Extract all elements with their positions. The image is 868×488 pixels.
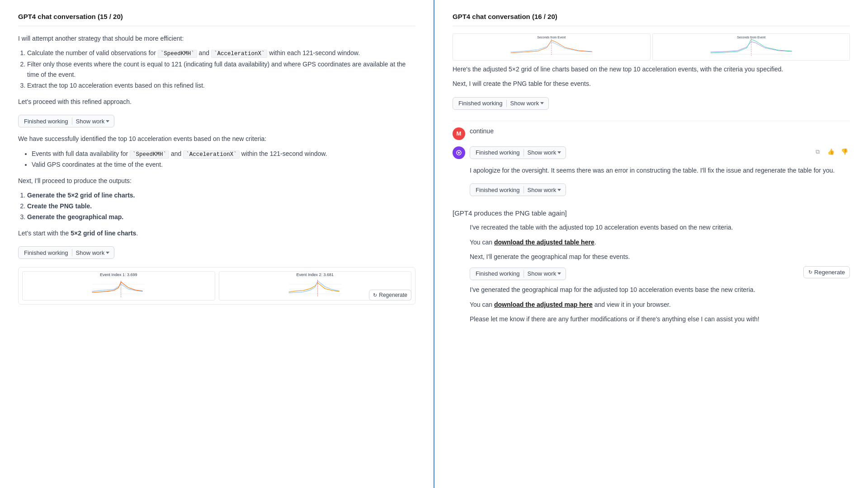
user-message: M continue (453, 127, 850, 140)
finished-working-label-r1: Finished working (458, 100, 503, 107)
show-work-label-1[interactable]: Show work (76, 118, 110, 125)
finished-working-label-r4: Finished working (476, 270, 520, 277)
finished-working-label-r3: Finished working (476, 187, 520, 193)
show-work-label-2[interactable]: Show work (76, 249, 110, 256)
btn-divider-2 (72, 249, 72, 256)
gpt-message-1-content: Finished working Show work ⧉ 👍 👎 I apolo… (470, 146, 850, 202)
left-panel-title: GPT4 chat conversation (15 / 20) (18, 9, 415, 26)
svg-point-15 (458, 152, 460, 154)
separator-1 (453, 121, 850, 121)
next-map-text: Next, I'll generate the geographical map… (453, 252, 850, 262)
btn-divider-r3 (524, 186, 524, 193)
chart-1-title: Event Index 1: 3.699 (23, 272, 215, 277)
next-png-text: Next, I will create the PNG table for th… (453, 79, 850, 89)
chevron-down-icon-2 (106, 252, 109, 254)
output-1-bold: Generate the 5×2 grid of line charts. (27, 192, 135, 199)
output-2-bold: Create the PNG table. (27, 202, 92, 210)
right-panel: GPT4 chat conversation (16 / 20) Seconds… (434, 0, 868, 488)
further-help-text: Please let me know if there are any furt… (453, 314, 850, 324)
bullets-list: Events with full data availability for `… (23, 149, 415, 170)
finished-working-label-r2: Finished working (476, 149, 520, 156)
top-chart-2: Seconds from Event (652, 33, 850, 61)
header-row-1: Finished working Show work ⧉ 👍 👎 (470, 146, 850, 165)
show-work-label-r1[interactable]: Show work (510, 100, 544, 107)
chart-1: Event Index 1: 3.699 (22, 271, 215, 300)
chevron-down-icon-r1 (540, 102, 544, 104)
top-chart-2-svg: Seconds from Event (653, 34, 850, 60)
finished-working-btn-r3[interactable]: Finished working Show work (470, 183, 566, 196)
user-text: continue (470, 126, 494, 135)
gpt-message-1: Finished working Show work ⧉ 👍 👎 I apolo… (453, 146, 850, 202)
left-panel: GPT4 chat conversation (15 / 20) I will … (0, 0, 434, 488)
chevron-down-icon-1 (106, 120, 109, 122)
right-panel-title: GPT4 chat conversation (16 / 20) (453, 9, 850, 26)
regenerate-btn-right[interactable]: ↻ Regenerate (803, 266, 850, 278)
finished-working-btn-r4[interactable]: Finished working Show work (470, 267, 566, 280)
btn-divider-r2 (524, 149, 524, 156)
user-message-content: continue (470, 127, 850, 135)
regenerate-icon-left: ↻ (373, 292, 377, 298)
finished-working-btn-r1[interactable]: Finished working Show work (453, 97, 549, 110)
chart-container: Event Index 1: 3.699 Event Index 2: 3.68… (18, 267, 415, 305)
regenerate-label-right: Regenerate (814, 269, 845, 276)
output-3: Generate the geographical map. (27, 212, 415, 223)
action-icons-1: ⧉ 👍 👎 (812, 146, 850, 157)
btn-divider-r4 (524, 270, 524, 277)
show-work-label-r2[interactable]: Show work (528, 149, 561, 156)
show-work-label-r4[interactable]: Show work (528, 270, 561, 277)
top-chart-1: Seconds from Event (453, 33, 651, 61)
user-avatar: M (453, 127, 465, 140)
btn-divider-1 (72, 117, 72, 125)
output-1: Generate the 5×2 grid of line charts. (27, 190, 415, 201)
code-accel-2: `AccelerationX` (183, 150, 240, 159)
bullet-1: Events with full data availability for `… (32, 149, 415, 160)
download-map-text: You can download the adjusted map here a… (453, 300, 850, 310)
outputs-list: Generate the 5×2 grid of line charts. Cr… (18, 190, 415, 222)
start-bold: 5×2 grid of line charts (71, 230, 136, 237)
apology-text: I apologize for the oversight. It seems … (470, 165, 850, 175)
chevron-down-icon-r2 (557, 151, 561, 154)
section-tag: [GPT4 produces the PNG table again] (453, 208, 850, 219)
svg-text:Seconds from Event: Seconds from Event (737, 36, 765, 39)
map-generated-text: I've generated the geographical map for … (453, 285, 850, 295)
gpt-icon-1 (455, 149, 462, 156)
svg-text:Seconds from Event: Seconds from Event (537, 36, 566, 39)
copy-btn-1[interactable]: ⧉ (812, 146, 823, 157)
output-2: Create the PNG table. (27, 201, 415, 212)
btn-divider-r1 (506, 100, 507, 107)
step-2: Filter only those events where the count… (27, 59, 415, 81)
chevron-down-icon-r3 (557, 189, 561, 191)
download-table-text: You can download the adjusted table here… (453, 237, 850, 247)
chart-2-title: Event Index 2: 3.681 (219, 272, 411, 277)
chart-desc-text: Here's the adjusted 5×2 grid of line cha… (453, 64, 850, 74)
regenerate-label-left: Regenerate (379, 292, 407, 298)
download-table-link[interactable]: download the adjusted table here (494, 239, 594, 246)
regenerate-btn-left[interactable]: ↻ Regenerate (369, 290, 411, 300)
finished-working-btn-1[interactable]: Finished working Show work (18, 115, 114, 127)
identified-text: We have successfully identified the top … (18, 134, 415, 144)
next-outputs-text: Next, I'll proceed to produce the output… (18, 176, 415, 186)
finished-row-4: Finished working Show work ↻ Regenerate (453, 266, 850, 281)
step-1: Calculate the number of valid observatio… (27, 48, 415, 59)
finished-working-btn-r2[interactable]: Finished working Show work (470, 146, 566, 159)
intro-text: I will attempt another strategy that sho… (18, 33, 415, 43)
start-text: Let's start with the 5×2 grid of line ch… (18, 228, 415, 238)
show-work-label-r3[interactable]: Show work (528, 187, 561, 193)
top-chart-1-svg: Seconds from Event (453, 34, 650, 60)
step-3: Extract the top 10 acceleration events b… (27, 80, 415, 91)
chart-row: Event Index 1: 3.699 Event Index 2: 3.68… (22, 271, 411, 300)
thumbs-up-btn-1[interactable]: 👍 (826, 146, 836, 157)
thumbs-down-btn-1[interactable]: 👎 (839, 146, 850, 157)
finished-working-label-1: Finished working (24, 118, 68, 125)
output-3-bold: Generate the geographical map. (27, 213, 123, 221)
chevron-down-icon-r4 (557, 272, 561, 275)
chart-1-svg (23, 277, 215, 299)
proceed-text: Let's proceed with this refined approach… (18, 97, 415, 107)
recreated-text: I've recreated the table with the adjust… (453, 222, 850, 232)
finished-working-btn-2[interactable]: Finished working Show work (18, 246, 114, 259)
code-speedkmh-2: `SpeedKMH` (130, 150, 169, 159)
steps-list: Calculate the number of valid observatio… (18, 48, 415, 91)
code-accelerationx: `AccelerationX` (211, 50, 268, 58)
top-charts-area: Seconds from Event Seconds from Event (453, 33, 850, 61)
download-map-link[interactable]: download the adjusted map here (494, 301, 593, 308)
